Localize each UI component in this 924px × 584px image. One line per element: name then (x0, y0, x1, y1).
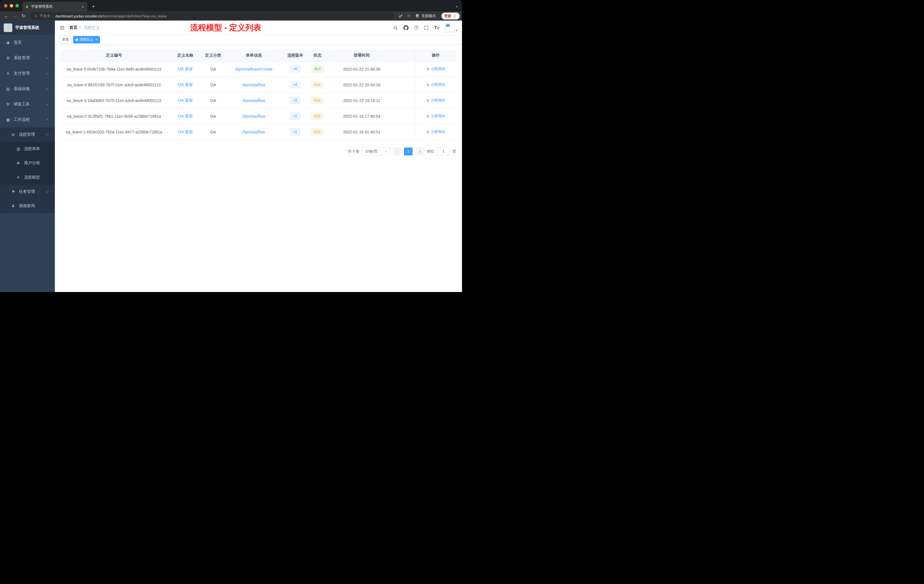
col-definition-name: 定义名称 (167, 50, 203, 61)
breadcrumb-home[interactable]: 首页 (69, 25, 78, 30)
col-deploy-time: 部署时间 (329, 50, 394, 61)
status-badge: 挂起 (311, 112, 324, 120)
breadcrumb-separator: / (80, 25, 81, 30)
new-tab-button[interactable]: + (90, 3, 97, 10)
sidebar-item-leave-query[interactable]: 请假查询 (0, 199, 55, 213)
document-icon: ▥ (16, 147, 21, 151)
prev-page-button[interactable]: ‹ (393, 147, 401, 155)
tab-search-chevron-icon[interactable]: ▾ (456, 5, 457, 8)
total-count: 共 5 条 (348, 149, 360, 154)
sidebar-item-system-mgmt[interactable]: ⚙ 系统管理 (0, 50, 55, 66)
definition-category: OA (203, 77, 223, 92)
tag-label: 流程定义 (79, 37, 93, 42)
goto-page-input[interactable] (437, 147, 450, 155)
col-status: 状态 (306, 50, 329, 61)
sidebar-item-label: 流程模型 (24, 175, 49, 180)
traffic-lights (4, 0, 19, 12)
tab-favicon-leaf-icon (25, 5, 29, 8)
definition-id: oa_leave:4:991f2193-7b7f-11ec-a3c8-acde4… (61, 77, 167, 92)
help-icon[interactable]: ? (414, 25, 419, 30)
col-spacer (394, 50, 415, 61)
assign-rule-link[interactable]: 分配规则 (426, 82, 445, 87)
logo-avatar (4, 23, 12, 32)
assign-rule-link[interactable]: 分配规则 (426, 98, 445, 103)
address-bar[interactable]: ⚠ 不安全 dashboard.yudao.iocoder.cn/bpm/man… (30, 12, 394, 20)
form-info-link[interactable]: /bpm/oa/leave/create (235, 67, 272, 71)
refresh-button[interactable]: ↻ (20, 14, 27, 18)
definition-name-link[interactable]: OA 请假 (178, 98, 193, 102)
hamburger-icon[interactable] (59, 25, 65, 31)
close-window-button[interactable] (4, 4, 7, 7)
form-info-link[interactable]: /bpm/oa/flow (243, 98, 265, 103)
spacer-cell (394, 61, 415, 77)
back-button[interactable]: ← (2, 14, 10, 18)
goto-unit-label: 页 (452, 149, 456, 154)
definition-table: 定义编号 定义名称 定义分类 表单信息 流程版本 状态 部署时间 操作 (61, 50, 456, 140)
main-area: 首页 / 流程定义 流程模型 - 定义列表 ? (55, 21, 462, 292)
form-info-link[interactable]: /bpm/oa/flow (243, 130, 265, 134)
sidebar-item-process-model[interactable]: ✈ 流程模型 (0, 170, 55, 185)
page-number-button[interactable]: 1 (404, 147, 412, 155)
deploy-time: 2022-01-16 01:40:51 (329, 124, 394, 140)
sidebar-item-process-mgmt[interactable]: ≣ 流程管理 (0, 127, 55, 142)
sidebar-item-user-group[interactable]: 用户分组 (0, 156, 55, 170)
spacer-cell (394, 108, 415, 124)
chevron-up-icon (46, 134, 49, 136)
spacer-cell (394, 92, 415, 108)
bookmark-star-icon[interactable]: ☆ (405, 12, 412, 20)
tag-process-definition[interactable]: 流程定义 × (73, 36, 100, 43)
chevron-down-icon (46, 102, 49, 105)
sidebar-logo[interactable]: 芋道管理系统 (0, 21, 55, 35)
definition-name-link[interactable]: OA 请假 (178, 82, 193, 87)
navbar: 首页 / 流程定义 流程模型 - 定义列表 ? (55, 21, 462, 35)
url-path: /bpm/manager/definition?key=oa_leave (102, 14, 167, 18)
workflow-icon: ▦ (6, 117, 10, 122)
sidebar-item-label: 研发工具 (14, 102, 43, 107)
font-size-icon[interactable] (434, 26, 439, 30)
tab-close-icon[interactable]: × (81, 4, 84, 9)
version-badge: v5 (290, 66, 300, 73)
password-key-icon[interactable] (397, 12, 404, 20)
definition-name-link[interactable]: OA 请假 (178, 129, 193, 134)
browser-tab[interactable]: 芋道管理系统 × (22, 2, 87, 12)
definition-name-link[interactable]: OA 请假 (178, 66, 193, 71)
forward-button[interactable]: → (11, 14, 19, 18)
tag-home[interactable]: 首页 (59, 36, 71, 43)
form-info-link[interactable]: /bpm/oa/flow (243, 114, 265, 119)
assign-rule-link[interactable]: 分配规则 (426, 129, 445, 134)
fullscreen-icon[interactable] (424, 25, 429, 30)
person-icon (426, 114, 430, 118)
minimize-window-button[interactable] (10, 4, 13, 7)
navbar-actions: ? ▾ (393, 23, 457, 33)
sidebar-item-dev-tools[interactable]: ⚒ 研发工具 (0, 97, 55, 112)
sidebar-item-infrastructure[interactable]: ▤ 基础设施 (0, 81, 55, 97)
person-icon (11, 204, 15, 209)
page-size-select[interactable]: 10条/页 ▾ (362, 147, 390, 155)
assign-rule-link[interactable]: 分配规则 (426, 114, 445, 119)
search-icon[interactable] (393, 25, 398, 30)
zoom-window-button[interactable] (15, 4, 19, 7)
goto-label: 前往 (427, 149, 434, 154)
form-info-link[interactable]: /bpm/oa/flow (243, 82, 265, 87)
dashboard-icon: ◉ (6, 40, 10, 45)
definition-name-link[interactable]: OA 请假 (178, 114, 193, 118)
user-menu[interactable]: ▾ (445, 23, 457, 33)
assign-rule-link[interactable]: 分配规则 (426, 66, 445, 71)
github-icon[interactable] (403, 25, 409, 30)
browser-menu-dots-icon[interactable]: ⋮ (453, 14, 457, 18)
sidebar-item-payment-mgmt[interactable]: ¥ 支付管理 (0, 66, 55, 81)
col-definition-id: 定义编号 (61, 50, 167, 61)
browser-update-button[interactable]: 更新 ⋮ (441, 13, 460, 20)
tag-close-icon[interactable]: × (95, 38, 97, 42)
person-icon (426, 99, 430, 102)
next-page-button[interactable]: › (416, 147, 424, 155)
sidebar-item-dashboard[interactable]: ◉ 首页 (0, 35, 55, 50)
sidebar-item-process-form[interactable]: ▥ 流程表单 (0, 142, 55, 156)
definition-id: oa_leave:1:482ec033-762a-11ec-8477-a2380… (61, 124, 167, 140)
sidebar-item-task-mgmt[interactable]: ⚑ 任务管理 (0, 185, 55, 199)
version-badge: v1 (290, 128, 300, 135)
status-badge: 挂起 (311, 97, 324, 104)
sidebar-item-workflow[interactable]: ▦ 工作流程 (0, 112, 55, 127)
definition-category: OA (203, 61, 223, 77)
browser-window: 芋道管理系统 × + ▾ ← → ↻ ⚠ 不安全 dashboard.yudao… (0, 0, 462, 292)
